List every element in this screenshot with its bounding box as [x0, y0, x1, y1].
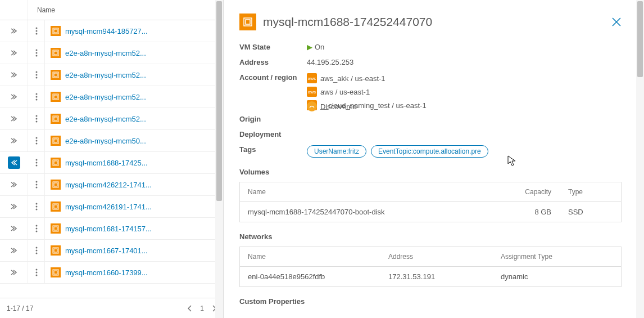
vm-icon	[51, 201, 61, 212]
column-header-name[interactable]: Name	[28, 6, 55, 14]
svg-rect-39	[54, 183, 57, 186]
table-row[interactable]: mysql-mcm426191-1741...	[0, 196, 223, 218]
vm-icon	[51, 92, 61, 102]
origin-label: Origin	[239, 115, 307, 123]
table-row[interactable]: e2e-a8n-mysql-mcm52...	[0, 86, 223, 108]
networks-title: Networks	[239, 232, 622, 241]
table-row[interactable]: e2e-a8n-mysql-mcm52...	[0, 64, 223, 86]
detail-title: mysql-mcm1688-174252447070	[263, 15, 432, 29]
table-row[interactable]: mysql-mcm426212-1741...	[0, 174, 223, 196]
svg-point-47	[35, 231, 37, 232]
svg-point-22	[35, 121, 37, 123]
actions-menu-icon[interactable]	[28, 196, 45, 217]
vm-name-link[interactable]: mysql-mcm1681-174157...	[65, 225, 152, 233]
table-row[interactable]: mysql-mcm1660-17399...	[0, 262, 223, 284]
actions-menu-icon[interactable]	[28, 108, 45, 129]
expand-icon[interactable]	[0, 196, 28, 217]
actions-menu-icon[interactable]	[28, 20, 45, 42]
svg-point-12	[35, 77, 37, 79]
grid-count: 1-17 / 17	[7, 304, 33, 312]
networks-col-assign: Assignment Type	[501, 253, 613, 261]
svg-point-7	[35, 55, 37, 57]
svg-point-57	[35, 275, 37, 276]
actions-menu-icon[interactable]	[28, 42, 45, 64]
actions-menu-icon[interactable]	[28, 64, 45, 86]
svg-point-41	[35, 206, 37, 208]
svg-rect-29	[54, 139, 57, 142]
expand-icon[interactable]	[0, 42, 28, 64]
svg-point-50	[35, 247, 37, 249]
vm-name-link[interactable]: e2e-a8n-mysql-mcm52...	[65, 93, 146, 101]
collapse-icon[interactable]	[8, 156, 20, 169]
vm-name-link[interactable]: mysql-mcm426212-1741...	[65, 181, 152, 189]
actions-menu-icon[interactable]	[28, 86, 45, 108]
svg-rect-9	[54, 51, 57, 55]
svg-point-55	[35, 269, 37, 271]
svg-point-5	[35, 50, 37, 51]
volumes-col-type: Type	[568, 188, 613, 196]
expand-icon[interactable]	[0, 64, 28, 86]
right-scrollbar[interactable]	[636, 0, 644, 318]
vm-name-link[interactable]: e2e-a8n-mysql-mcm52...	[65, 115, 146, 123]
svg-point-52	[35, 253, 37, 254]
vm-name-link[interactable]: mysql-mcm944-185727...	[65, 27, 148, 35]
svg-rect-54	[54, 249, 57, 252]
svg-rect-44	[54, 205, 57, 208]
svg-point-56	[35, 272, 37, 274]
expand-icon[interactable]	[0, 174, 28, 195]
vm-name-link[interactable]: mysql-mcm1660-17399...	[65, 268, 148, 277]
actions-menu-icon[interactable]	[28, 262, 45, 283]
expand-icon[interactable]	[0, 20, 28, 42]
actions-menu-icon[interactable]	[28, 152, 45, 173]
expand-icon[interactable]	[0, 240, 28, 261]
table-row[interactable]: mysql-mcm944-185727...	[0, 20, 223, 42]
vm-name-link[interactable]: mysql-mcm426191-1741...	[65, 203, 152, 211]
networks-col-address: Address	[388, 253, 501, 261]
vm-name-link[interactable]: e2e-a8n-mysql-mcm52...	[65, 71, 146, 79]
svg-point-15	[35, 93, 37, 95]
tag[interactable]: UserName:fritz	[307, 145, 366, 158]
actions-menu-icon[interactable]	[28, 218, 45, 239]
vm-name-link[interactable]: mysql-mcm1688-17425...	[65, 159, 148, 167]
svg-point-25	[35, 137, 37, 139]
table-row[interactable]: e2e-a8n-mysql-mcm50...	[0, 130, 223, 152]
svg-point-37	[35, 187, 37, 189]
table-row[interactable]: mysql-mcm1681-174157...	[0, 218, 223, 240]
expand-icon[interactable]	[0, 86, 28, 108]
tag[interactable]: EventTopic:compute.allocation.pre	[371, 145, 488, 158]
expand-icon[interactable]	[0, 130, 28, 151]
table-row[interactable]: mysql-mcm1688-174252447070-boot-disk 8 G…	[240, 202, 621, 222]
aws-icon: aws	[307, 73, 317, 83]
vm-icon	[239, 14, 256, 30]
table-row[interactable]: eni-0a44e518e9562fdfb 172.31.53.191 dyna…	[240, 267, 621, 286]
vm-name-link[interactable]: mysql-mcm1667-17401...	[65, 247, 148, 255]
actions-menu-icon[interactable]	[28, 240, 45, 261]
grid-footer: 1-17 / 17 1	[0, 298, 223, 318]
address-value: 44.195.25.253	[307, 58, 622, 66]
svg-rect-4	[54, 29, 57, 33]
svg-point-46	[35, 228, 37, 230]
pager-prev[interactable]	[188, 305, 192, 312]
svg-rect-49	[54, 227, 57, 230]
expand-icon[interactable]	[0, 262, 28, 283]
expand-icon[interactable]	[0, 108, 28, 129]
expand-icon[interactable]	[0, 218, 28, 239]
networks-table: Name Address Assignment Type eni-0a44e51…	[239, 247, 622, 287]
vm-name-link[interactable]: e2e-a8n-mysql-mcm50...	[65, 137, 146, 145]
svg-rect-19	[54, 95, 57, 98]
svg-rect-34	[54, 161, 57, 164]
table-row[interactable]: mysql-mcm1667-17401...	[0, 240, 223, 262]
vm-name-link[interactable]: e2e-a8n-mysql-mcm52...	[65, 49, 146, 57]
actions-menu-icon[interactable]	[28, 174, 45, 195]
svg-point-11	[35, 74, 37, 76]
actions-menu-icon[interactable]	[28, 130, 45, 151]
table-row[interactable]: e2e-a8n-mysql-mcm52...	[0, 108, 223, 130]
origin-value: Discovered	[320, 102, 357, 111]
svg-rect-59	[54, 271, 57, 274]
detail-panel: mysql-mcm1688-174252447070 VM State ▶On …	[224, 0, 644, 318]
close-icon[interactable]	[611, 17, 622, 27]
table-row[interactable]: e2e-a8n-mysql-mcm52...	[0, 42, 223, 64]
table-row[interactable]: mysql-mcm1688-17425...	[0, 152, 223, 174]
left-scrollbar[interactable]	[215, 0, 223, 318]
deployment-label: Deployment	[239, 130, 307, 138]
